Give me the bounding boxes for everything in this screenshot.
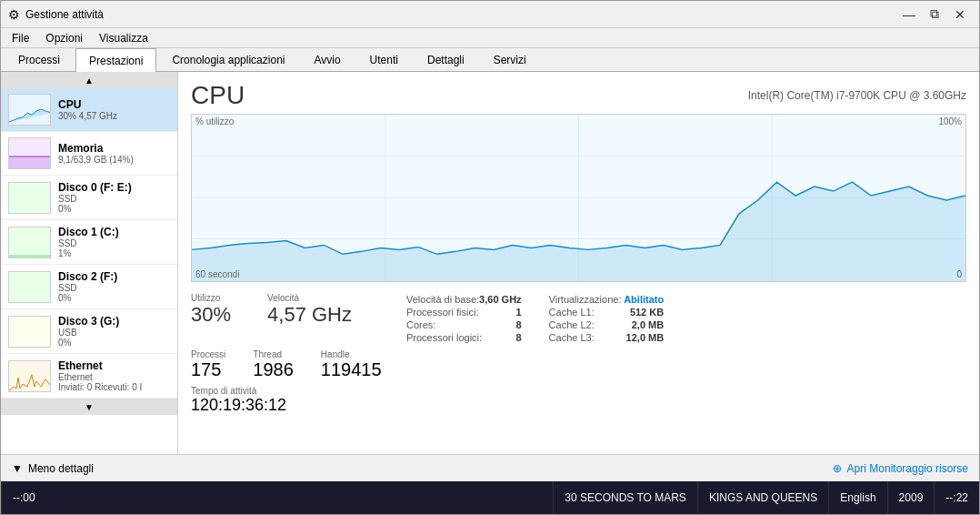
- monitor-label: Apri Monitoraggio risorse: [847, 462, 968, 475]
- cpu-thumbnail: [8, 94, 51, 126]
- sidebar-item-disk2[interactable]: Disco 2 (F:) SSD 0%: [1, 265, 177, 309]
- sidebar-disk1-name: Disco 1 (C:): [58, 226, 170, 238]
- taskbar-time: --:00: [1, 481, 46, 514]
- sidebar-disk2-pct: 0%: [58, 293, 170, 303]
- spec-val-1: 1: [515, 307, 521, 318]
- handle-label: Handle: [321, 349, 382, 359]
- taskbar-item-1[interactable]: KINGS AND QUEENS: [697, 481, 828, 514]
- disk0-thumbnail: [8, 182, 51, 214]
- disk3-thumbnail: [8, 316, 51, 348]
- velocita-group: Velocità 4,57 GHz: [267, 293, 352, 344]
- velocita-value: 4,57 GHz: [267, 303, 352, 327]
- specs-grid: Velocità di base: 3,60 GHz Virtualizzazi…: [406, 293, 664, 344]
- spec-key-0: Velocità di base:: [406, 294, 479, 305]
- disk2-thumbnail: [8, 271, 51, 303]
- less-detail-button[interactable]: ▼ Meno dettagli: [12, 462, 94, 475]
- window-controls: — ⧉ ✕: [897, 5, 972, 24]
- title-bar-left: ⚙ Gestione attività: [8, 7, 104, 22]
- taskbar-item-2[interactable]: English: [828, 481, 886, 514]
- sidebar-eth-info: Ethernet Ethernet Inviati: 0 Ricevuti: 0…: [58, 359, 170, 392]
- menu-options[interactable]: Opzioni: [38, 30, 90, 45]
- velocita-label: Velocità: [267, 293, 352, 303]
- tab-prestazioni[interactable]: Prestazioni: [75, 48, 156, 72]
- sidebar-item-disk1[interactable]: Disco 1 (C:) SSD 1%: [1, 220, 177, 265]
- taskbar-item-4[interactable]: --:22: [934, 481, 979, 514]
- sidebar-disk2-info: Disco 2 (F:) SSD 0%: [58, 270, 170, 303]
- less-detail-label: Meno dettagli: [28, 462, 94, 475]
- spec-val-2: 8: [515, 319, 521, 330]
- utilizzo-value: 30%: [191, 303, 231, 327]
- svg-rect-0: [9, 157, 51, 169]
- tab-utenti[interactable]: Utenti: [356, 48, 412, 71]
- monitor-link[interactable]: ⊕ Apri Monitoraggio risorse: [833, 462, 968, 475]
- tab-avvio[interactable]: Avvio: [300, 48, 354, 71]
- svg-rect-4: [9, 302, 51, 303]
- handle-value: 119415: [321, 359, 382, 380]
- chart-svg: [192, 115, 965, 281]
- svg-rect-2: [9, 213, 51, 214]
- spec-val-7: 12,0 MB: [626, 332, 665, 343]
- spec-row-4: Virtualizzazione: Abilitato: [549, 293, 665, 306]
- sidebar-item-disk0[interactable]: Disco 0 (F: E:) SSD 0%: [1, 176, 177, 220]
- sidebar-item-memoria[interactable]: Memoria 9,1/63,9 GB (14%): [1, 132, 177, 176]
- tab-cronologia[interactable]: Cronologia applicazioni: [158, 48, 298, 71]
- menu-view[interactable]: Visualizza: [92, 30, 155, 45]
- taskbar-item-0[interactable]: 30 SECONDS TO MARS: [553, 481, 697, 514]
- utilizzo-group: Utilizzo 30%: [191, 293, 231, 344]
- tab-processi[interactable]: Processi: [5, 48, 74, 71]
- cpu-model: Intel(R) Core(TM) i7-9700K CPU @ 3.60GHz: [748, 89, 966, 102]
- sidebar-disk3-name: Disco 3 (G:): [58, 315, 170, 328]
- spec-key-1: Processori fisici:: [406, 307, 478, 318]
- spec-row-0: Velocità di base: 3,60 GHz: [406, 293, 522, 306]
- spec-row-5: Cache L1: 512 KB: [549, 306, 665, 318]
- scroll-down-button[interactable]: ▼: [1, 399, 177, 415]
- spec-row-2: Cores: 8: [406, 318, 522, 331]
- spec-row-6: Cache L2: 2,0 MB: [549, 318, 665, 331]
- app-icon: ⚙: [8, 7, 20, 22]
- spec-row-7: Cache L3: 12,0 MB: [549, 331, 665, 344]
- sidebar-eth-sub2: Inviati: 0 Ricevuti: 0 I: [58, 382, 170, 392]
- spec-val-6: 2,0 MB: [632, 319, 664, 330]
- main-area: ▲ CPU 30% 4,57 GHz: [1, 72, 979, 454]
- sidebar-item-ethernet[interactable]: Ethernet Ethernet Inviati: 0 Ricevuti: 0…: [1, 354, 177, 399]
- processi-label: Processi: [191, 349, 225, 359]
- minimize-button[interactable]: —: [897, 5, 921, 24]
- sidebar-disk0-type: SSD: [58, 194, 170, 204]
- spec-key-5: Cache L1:: [549, 307, 595, 318]
- cpu-header: CPU Intel(R) Core(TM) i7-9700K CPU @ 3.6…: [191, 81, 966, 110]
- menu-bar: File Opzioni Visualizza: [1, 28, 979, 48]
- processi-value: 175: [191, 359, 225, 380]
- menu-file[interactable]: File: [5, 30, 36, 45]
- sidebar: ▲ CPU 30% 4,57 GHz: [1, 72, 178, 454]
- window-title: Gestione attività: [25, 8, 104, 21]
- sidebar-disk0-info: Disco 0 (F: E:) SSD 0%: [58, 181, 170, 214]
- close-button[interactable]: ✕: [948, 5, 972, 24]
- restore-button[interactable]: ⧉: [923, 5, 946, 24]
- sidebar-disk0-name: Disco 0 (F: E:): [58, 181, 170, 194]
- specs-panel: Velocità di base: 3,60 GHz Virtualizzazi…: [406, 293, 664, 344]
- sidebar-mem-info: Memoria 9,1/63,9 GB (14%): [58, 142, 170, 165]
- thread-group: Thread 1986: [253, 349, 294, 380]
- spec-val-5: 512 KB: [630, 307, 664, 318]
- sidebar-cpu-name: CPU: [58, 98, 170, 111]
- spec-row-3: Processori logici: 8: [406, 331, 522, 344]
- tab-servizi[interactable]: Servizi: [480, 48, 540, 71]
- handle-group: Handle 119415: [321, 349, 382, 380]
- monitor-icon: ⊕: [833, 462, 842, 475]
- sidebar-item-cpu[interactable]: CPU 30% 4,57 GHz: [1, 88, 177, 132]
- sidebar-disk0-pct: 0%: [58, 204, 170, 214]
- sidebar-disk2-name: Disco 2 (F:): [58, 270, 170, 283]
- taskbar-item-3[interactable]: 2009: [887, 481, 935, 514]
- content-panel: CPU Intel(R) Core(TM) i7-9700K CPU @ 3.6…: [178, 72, 979, 454]
- uptime-value: 120:19:36:12: [191, 396, 966, 415]
- sidebar-mem-sub: 9,1/63,9 GB (14%): [58, 155, 170, 165]
- uptime-label: Tempo di attività: [191, 386, 966, 396]
- eth-thumbnail: [8, 360, 51, 392]
- svg-rect-5: [9, 347, 51, 348]
- sidebar-disk1-type: SSD: [58, 238, 170, 248]
- title-bar: ⚙ Gestione attività — ⧉ ✕: [1, 1, 979, 28]
- sidebar-item-disk3[interactable]: Disco 3 (G:) USB 0%: [1, 309, 177, 354]
- tab-dettagli[interactable]: Dettagli: [414, 48, 478, 71]
- scroll-up-button[interactable]: ▲: [1, 72, 177, 88]
- sidebar-cpu-sub: 30% 4,57 GHz: [58, 111, 170, 121]
